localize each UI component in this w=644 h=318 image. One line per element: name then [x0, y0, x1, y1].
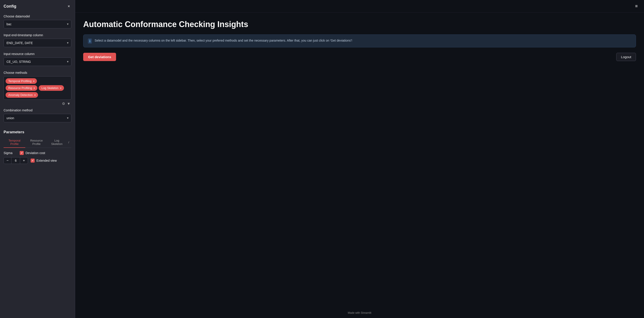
main-content: Automatic Conformance Checking Insights …: [75, 12, 644, 308]
tab-temporal-profile[interactable]: Temporal Profile: [4, 138, 25, 148]
sigma-label: Sigma: [4, 151, 17, 155]
sidebar-title: Config: [4, 4, 16, 9]
method-tag-log-skeleton-label: Log Skeleton: [41, 86, 58, 90]
tab-more[interactable]: /: [66, 138, 71, 148]
tab-resource-profile[interactable]: Resource Profile: [25, 138, 48, 148]
streamlit-footer: Made with Streamlit: [75, 308, 644, 318]
deviation-cost-label: Deviation cost: [26, 151, 45, 155]
combination-label: Combination method: [4, 108, 71, 112]
method-tag-anomaly: Anomaly Detection ×: [6, 92, 38, 98]
resource-select-wrapper: CE_UO, STRINGCE_RESOURCE, STRING ▼: [4, 58, 71, 66]
method-tag-resource-label: Resource Profiling: [8, 86, 32, 90]
method-tag-anomaly-remove[interactable]: ×: [34, 94, 36, 96]
methods-dropdown-icon[interactable]: ▼: [66, 101, 71, 106]
combination-select-wrapper: unionintersection ▼: [4, 114, 71, 122]
end-timestamp-select[interactable]: END_DATE, DATESTART_DATE, DATE: [4, 39, 71, 47]
datamodel-label: Choose datamodel: [4, 14, 71, 18]
action-row: Get deviations Logout: [83, 53, 636, 61]
resource-label: Input resource column: [4, 52, 71, 56]
end-timestamp-select-wrapper: END_DATE, DATESTART_DATE, DATE ▼: [4, 39, 71, 47]
param-tabs: Temporal Profile Resource Profile Log Sk…: [4, 138, 71, 148]
sigma-increment-button[interactable]: +: [20, 158, 28, 164]
extended-view-checkbox[interactable]: [31, 158, 35, 162]
datamodel-select[interactable]: bacmodel1model2: [4, 20, 71, 28]
method-tag-resource: Resource Profiling ×: [6, 85, 37, 91]
method-tag-temporal: Temporal Profiling ×: [6, 78, 37, 84]
parameters-section: Parameters Temporal Profile Resource Pro…: [4, 130, 71, 166]
extended-view-label: Extended view: [36, 159, 57, 162]
sigma-stepper: − 6 +: [4, 157, 28, 164]
sidebar: Config × Choose datamodel bacmodel1model…: [0, 0, 75, 318]
method-tag-resource-remove[interactable]: ×: [33, 86, 35, 90]
info-box: ℹ Select a datamodel and the necessary c…: [83, 34, 636, 48]
sigma-value: 6: [11, 158, 20, 164]
main-header: ≡: [75, 0, 644, 12]
method-tag-temporal-label: Temporal Profiling: [8, 80, 32, 83]
method-tag-log-skeleton: Log Skeleton ×: [39, 85, 64, 91]
tab-log-skeleton[interactable]: Log Skeleton: [48, 138, 66, 148]
end-timestamp-label: Input end-timestamp column: [4, 33, 71, 37]
sigma-decrement-button[interactable]: −: [4, 158, 11, 164]
page-title: Automatic Conformance Checking Insights: [83, 20, 636, 29]
resource-select[interactable]: CE_UO, STRINGCE_RESOURCE, STRING: [4, 58, 71, 66]
datamodel-select-wrapper: bacmodel1model2 ▼: [4, 20, 71, 28]
main-content-area: ≡ Automatic Conformance Checking Insight…: [75, 0, 644, 318]
streamlit-text: Streamlit: [361, 311, 371, 314]
logout-button[interactable]: Logout: [616, 53, 636, 61]
get-deviations-button[interactable]: Get deviations: [83, 53, 116, 61]
info-icon: ℹ: [88, 38, 92, 44]
info-text: Select a datamodel and the necessary col…: [94, 38, 352, 43]
method-tag-temporal-remove[interactable]: ×: [33, 80, 35, 83]
methods-settings-icon[interactable]: ⚙: [61, 101, 66, 106]
sigma-row: Sigma Deviation cost: [4, 151, 71, 155]
method-tag-anomaly-label: Anomaly Detection: [8, 93, 33, 96]
deviation-cost-checkbox[interactable]: [20, 151, 24, 155]
parameters-title: Parameters: [4, 130, 71, 134]
extended-view-wrapper: Extended view: [31, 158, 57, 162]
sidebar-footer: [4, 314, 71, 318]
stepper-row: − 6 + Extended view: [4, 157, 71, 164]
made-with-text: Made with: [348, 311, 360, 314]
hamburger-menu-button[interactable]: ≡: [633, 3, 640, 10]
method-tag-log-skeleton-remove[interactable]: ×: [60, 86, 62, 90]
methods-label: Choose methods: [4, 71, 71, 74]
combination-select[interactable]: unionintersection: [4, 114, 71, 122]
methods-container: Temporal Profiling × Resource Profiling …: [4, 76, 71, 100]
deviation-cost-wrapper: Deviation cost: [20, 151, 45, 155]
sidebar-close-button[interactable]: ×: [66, 4, 71, 9]
